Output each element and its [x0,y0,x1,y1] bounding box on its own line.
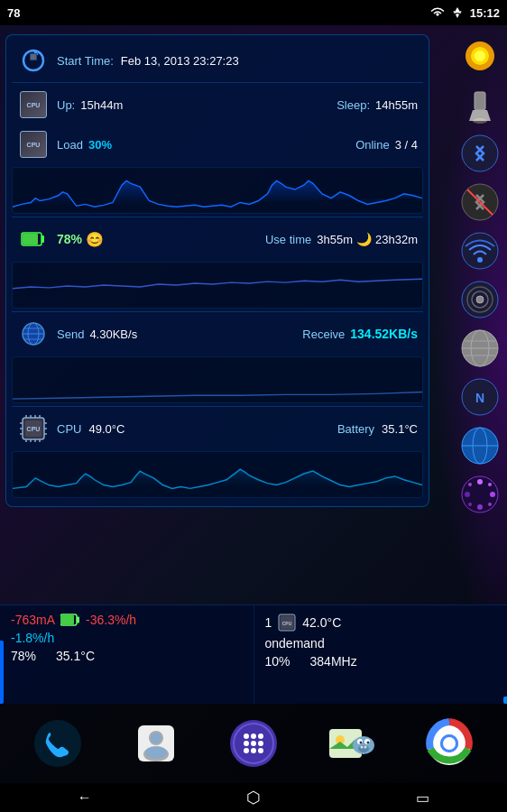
svg-point-34 [462,135,498,171]
svg-point-30 [475,51,485,61]
svg-point-82 [244,748,249,753]
svg-point-90 [360,742,363,744]
online-value: 3 / 4 [395,138,418,152]
start-time-row: Start Time: Feb 13, 2013 23:27:23 [12,41,423,80]
signal-strength: 78 [7,6,20,20]
load-label: Load [57,138,83,152]
clock: 15:12 [470,6,500,20]
cpu-temp-bottom: 42.0°C [302,615,341,630]
up-value: 15h44m [80,98,123,112]
use-time-label: Use time [265,233,311,246]
rate-small-value: -1.8%/h [11,631,54,645]
airplane-icon [450,6,465,19]
cpu-load-icon: CPU [17,128,50,161]
globe-gray-icon[interactable] [458,327,502,370]
system-monitor-widget: Start Time: Feb 13, 2013 23:27:23 CPU Up… [5,34,429,507]
svg-point-38 [477,257,483,263]
cpu-uptime-icon: CPU [17,88,50,121]
rate-value: -36.3%/h [86,613,136,627]
recent-apps-button[interactable]: ▭ [398,786,447,810]
svg-point-58 [488,483,492,486]
svg-point-61 [468,483,472,486]
current-row: -763mA -36.3%/h [11,613,243,627]
battery-temp: 35.1°C [382,422,418,436]
back-button[interactable]: ← [60,786,110,809]
earth-icon[interactable] [458,424,502,467]
svg-point-83 [251,748,256,753]
battery-chart [12,262,423,309]
contacts-dock-icon[interactable] [127,715,185,772]
svg-point-77 [251,734,256,739]
svg-rect-63 [77,617,79,623]
receive-value: 134.52KB/s [350,327,418,341]
photos-hippo-dock-icon[interactable] [322,715,380,772]
svg-rect-5 [23,234,38,245]
svg-point-33 [473,118,487,124]
battery-percent: 78% [57,232,82,246]
svg-rect-4 [41,235,44,243]
freq-row: 10% 384MHz [265,654,497,669]
temp-bottom: 35.1°C [56,649,95,663]
svg-point-73 [145,746,167,759]
flashlight-icon[interactable] [458,83,502,126]
network-chart [12,356,423,403]
load-value: 30% [88,138,112,152]
bluetooth-on-icon[interactable] [458,132,502,175]
svg-point-76 [244,734,249,739]
home-button[interactable]: ⬡ [228,784,279,811]
signal-icon[interactable] [458,278,502,321]
svg-point-57 [465,492,470,497]
moon-value: 23h32m [375,233,418,246]
bluetooth-off-icon[interactable] [458,180,502,224]
svg-point-55 [490,492,495,497]
bottom-right-panel: 1 CPU 42.0°C ondemand 10% 384MHz [254,605,508,704]
temp-chart [12,451,423,498]
send-value: 4.30KB/s [89,328,137,341]
battery-percent-bottom: 78% [11,649,36,663]
svg-point-94 [364,746,367,749]
phone-dock-icon[interactable] [29,715,87,772]
svg-point-84 [258,748,263,753]
svg-rect-2 [31,54,36,60]
wifi-icon[interactable] [458,229,502,272]
cpu-temp-icon: CPU [17,412,50,445]
network-row: Send 4.30KB/s Receive 134.52KB/s [12,314,423,354]
sleep-value: 14h55m [375,98,418,112]
svg-point-72 [151,733,161,743]
cpu-mini-icon: CPU [277,613,297,632]
uptime-row: CPU Up: 15h44m Sleep: 14h55m [12,85,423,125]
status-left: 78 [7,6,20,20]
svg-text:N: N [475,391,484,405]
cpu-label: CPU [57,422,81,436]
svg-point-80 [251,741,256,746]
right-bar-indicator [503,697,507,704]
receive-label: Receive [302,328,345,341]
chrome-dock-icon[interactable] [420,715,478,772]
refresh-icon-widget[interactable] [17,44,50,77]
svg-text:CPU: CPU [282,621,292,626]
rate-small-row: -1.8%/h [11,631,243,645]
svg-rect-64 [61,615,74,624]
sleep-label: Sleep: [336,98,370,112]
app-dock [0,704,507,783]
svg-point-56 [477,504,483,510]
svg-point-91 [367,742,370,744]
spinner-icon[interactable] [458,473,502,516]
battery-stats-row: 78% 35.1°C [11,649,243,663]
left-bar-indicator [0,641,4,704]
brightness-icon[interactable] [458,34,502,78]
svg-rect-31 [475,92,485,110]
cpu-temp: 49.0°C [88,422,124,436]
apps-dock-icon[interactable] [225,715,282,772]
wifi-status-icon [430,6,445,19]
svg-point-78 [258,734,263,739]
governor-value: ondemand [265,636,325,651]
nfc-icon[interactable]: N [458,375,502,419]
cpu-temp-row: CPU CPU 49.0°C Battery 35.1°C [12,409,423,448]
svg-point-40 [476,296,484,303]
freq-value: 384MHz [310,654,357,669]
svg-point-92 [358,745,369,752]
cores-value: 1 [265,615,272,630]
send-label: Send [57,328,84,341]
up-label: Up: [57,98,75,112]
